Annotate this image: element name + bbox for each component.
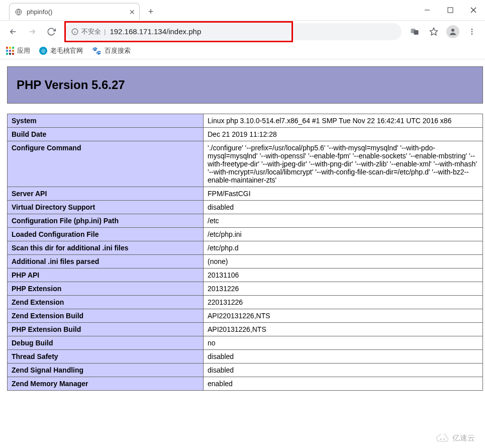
info-key: PHP API bbox=[8, 268, 204, 282]
info-value: FPM/FastCGI bbox=[204, 187, 483, 201]
php-version-header: PHP Version 5.6.27 bbox=[7, 66, 483, 104]
security-indicator[interactable]: 不安全 | bbox=[71, 27, 106, 36]
table-row: Loaded Configuration File/etc/php.ini bbox=[8, 228, 483, 241]
apps-grid-icon bbox=[6, 47, 14, 55]
menu-button[interactable] bbox=[463, 23, 481, 41]
table-row: Zend Memory Managerenabled bbox=[8, 377, 483, 391]
bookmark-star-button[interactable] bbox=[425, 23, 443, 41]
profile-button[interactable] bbox=[444, 23, 462, 41]
apps-label: 应用 bbox=[17, 46, 30, 55]
table-row: PHP Extension BuildAPI20131226,NTS bbox=[8, 323, 483, 336]
reload-button[interactable] bbox=[42, 23, 60, 41]
svg-point-14 bbox=[471, 33, 473, 35]
close-tab-icon[interactable]: ✕ bbox=[129, 8, 135, 16]
info-key: Configuration File (php.ini) Path bbox=[8, 214, 204, 228]
url-text: 192.168.171.134/index.php bbox=[110, 27, 201, 36]
svg-point-13 bbox=[471, 31, 473, 32]
security-label: 不安全 bbox=[81, 27, 101, 36]
table-row: PHP Extension20131226 bbox=[8, 282, 483, 296]
info-value: enabled bbox=[204, 377, 483, 391]
info-value: disabled bbox=[204, 364, 483, 377]
info-value: disabled bbox=[204, 201, 483, 214]
info-key: Zend Signal Handling bbox=[8, 364, 204, 377]
bookmarks-bar: 应用 ◎ 老毛桃官网 🐾 百度搜索 bbox=[0, 42, 485, 59]
apps-shortcut[interactable]: 应用 bbox=[6, 46, 30, 55]
table-row: Scan this dir for additional .ini files/… bbox=[8, 241, 483, 255]
translate-button[interactable] bbox=[406, 23, 424, 41]
maximize-button[interactable] bbox=[439, 0, 462, 20]
phpinfo-table: SystemLinux php 3.10.0-514.el7.x86_64 #1… bbox=[7, 114, 483, 391]
info-key: Thread Safety bbox=[8, 350, 204, 364]
info-key: Server API bbox=[8, 187, 204, 201]
svg-rect-9 bbox=[414, 30, 419, 35]
bookmark-label-2: 百度搜索 bbox=[105, 46, 131, 55]
info-key: Configure Command bbox=[8, 141, 204, 187]
browser-tab[interactable]: phpinfo() ✕ bbox=[9, 3, 140, 20]
table-row: Zend Signal Handlingdisabled bbox=[8, 364, 483, 377]
info-icon bbox=[71, 28, 78, 35]
bookmark-favicon-1: ◎ bbox=[39, 47, 47, 55]
minimize-button[interactable] bbox=[416, 0, 439, 20]
table-row: Additional .ini files parsed(none) bbox=[8, 255, 483, 268]
info-key: Loaded Configuration File bbox=[8, 228, 204, 241]
info-value: 220131226 bbox=[204, 296, 483, 309]
info-key: Zend Extension Build bbox=[8, 309, 204, 323]
info-value: /etc bbox=[204, 214, 483, 228]
table-row: SystemLinux php 3.10.0-514.el7.x86_64 #1… bbox=[8, 114, 483, 128]
cloud-icon bbox=[435, 434, 449, 443]
baidu-icon: 🐾 bbox=[92, 46, 102, 55]
table-row: PHP API20131106 bbox=[8, 268, 483, 282]
back-button[interactable] bbox=[4, 23, 22, 41]
globe-icon bbox=[15, 8, 23, 16]
info-value: 20131226 bbox=[204, 282, 483, 296]
table-row: Configuration File (php.ini) Path/etc bbox=[8, 214, 483, 228]
address-bar[interactable]: 不安全 | 192.168.171.134/index.php bbox=[64, 23, 402, 40]
forward-button[interactable] bbox=[23, 23, 41, 41]
info-key: PHP Extension bbox=[8, 282, 204, 296]
info-value: API220131226,NTS bbox=[204, 309, 483, 323]
info-value: Dec 21 2019 11:12:28 bbox=[204, 128, 483, 141]
svg-point-15 bbox=[440, 438, 442, 440]
table-row: Zend Extension BuildAPI220131226,NTS bbox=[8, 309, 483, 323]
new-tab-button[interactable]: + bbox=[144, 5, 158, 19]
table-row: Debug Buildno bbox=[8, 336, 483, 350]
table-row: Zend Extension220131226 bbox=[8, 296, 483, 309]
info-value: 20131106 bbox=[204, 268, 483, 282]
info-value: disabled bbox=[204, 350, 483, 364]
table-row: Server APIFPM/FastCGI bbox=[8, 187, 483, 201]
table-row: Configure Command'./configure' '--prefix… bbox=[8, 141, 483, 187]
info-value: (none) bbox=[204, 255, 483, 268]
info-key: Virtual Directory Support bbox=[8, 201, 204, 214]
toolbar: 不安全 | 192.168.171.134/index.php bbox=[0, 20, 485, 42]
info-value: /etc/php.ini bbox=[204, 228, 483, 241]
info-key: Build Date bbox=[8, 128, 204, 141]
php-version-title: PHP Version 5.6.27 bbox=[17, 78, 473, 92]
svg-point-11 bbox=[451, 29, 454, 32]
page-content[interactable]: PHP Version 5.6.27 SystemLinux php 3.10.… bbox=[0, 59, 485, 448]
window-controls bbox=[416, 0, 485, 20]
table-row: Thread Safetydisabled bbox=[8, 350, 483, 364]
info-value: /etc/php.d bbox=[204, 241, 483, 255]
table-row: Virtual Directory Supportdisabled bbox=[8, 201, 483, 214]
table-row: Build DateDec 21 2019 11:12:28 bbox=[8, 128, 483, 141]
info-key: Debug Build bbox=[8, 336, 204, 350]
svg-point-12 bbox=[471, 29, 473, 30]
svg-marker-10 bbox=[430, 28, 438, 35]
svg-rect-2 bbox=[448, 8, 453, 13]
info-key: Additional .ini files parsed bbox=[8, 255, 204, 268]
bookmark-label-1: 老毛桃官网 bbox=[50, 46, 83, 55]
close-window-button[interactable] bbox=[462, 0, 485, 20]
bookmark-item-2[interactable]: 🐾 百度搜索 bbox=[92, 46, 131, 55]
svg-point-16 bbox=[443, 438, 445, 440]
tab-title: phpinfo() bbox=[27, 8, 52, 16]
tab-strip: phpinfo() ✕ + bbox=[0, 0, 485, 20]
info-key: Zend Extension bbox=[8, 296, 204, 309]
info-value: API20131226,NTS bbox=[204, 323, 483, 336]
info-key: Zend Memory Manager bbox=[8, 377, 204, 391]
info-value: Linux php 3.10.0-514.el7.x86_64 #1 SMP T… bbox=[204, 114, 483, 128]
watermark: 亿速云 bbox=[432, 432, 478, 444]
info-key: System bbox=[8, 114, 204, 128]
info-value: no bbox=[204, 336, 483, 350]
info-value: './configure' '--prefix=/usr/local/php5.… bbox=[204, 141, 483, 187]
bookmark-item-1[interactable]: ◎ 老毛桃官网 bbox=[39, 46, 83, 55]
